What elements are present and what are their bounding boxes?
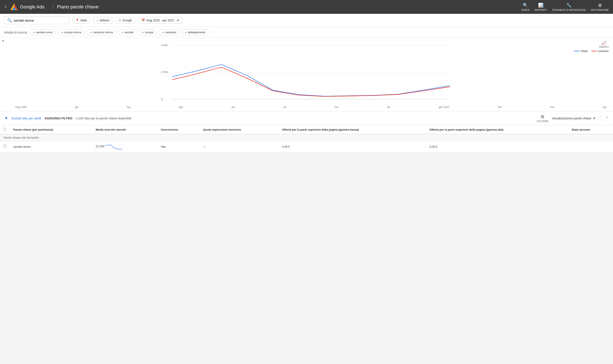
account-status-cell <box>568 141 613 152</box>
table-controls-divider <box>600 115 601 121</box>
collapse-table-button[interactable]: ⌃ <box>605 116 609 121</box>
monthly-searches-header: Media ricerche mensili <box>92 125 158 134</box>
search-bar-row: 🔍 📍 Italia 𝒜 Italiano ⊟ Google 📅 mag 202… <box>0 14 613 27</box>
strumenti-label: STRUMENTI E IMPOSTAZIONI <box>552 9 586 11</box>
x-label-feb: feb <box>498 105 502 109</box>
svg-text:4 Mln: 4 Mln <box>161 44 168 47</box>
select-all-checkbox[interactable] <box>3 128 6 131</box>
related-chip-calzatura-donna[interactable]: + calzatura donna <box>87 29 116 35</box>
exclude-adults-link[interactable]: Escludi idee per adulti <box>12 117 41 120</box>
date-range-filter[interactable]: 📅 mag 2020 - apr 2021 ▼ <box>138 17 182 24</box>
view-selector-button[interactable]: Visualizzazione parole chiave ▼ <box>552 117 596 120</box>
calendar-icon: 📅 <box>141 19 145 22</box>
related-chip-label: calzatura donna <box>93 31 113 34</box>
date-range-label: mag 2020 - apr 2021 <box>146 19 174 22</box>
plus-icon: + <box>33 30 35 34</box>
plus-icon: + <box>162 30 164 34</box>
filter-icon[interactable]: ▼ <box>4 116 8 120</box>
row-checkbox[interactable] <box>3 145 6 148</box>
plus-icon: + <box>142 30 144 34</box>
network-icon: ⊟ <box>119 19 121 22</box>
x-label-gen2021: gen 2021 <box>439 105 450 109</box>
related-chip-scarpe[interactable]: + scarpe <box>139 29 157 35</box>
related-chip-label: sandali uomo <box>36 31 53 34</box>
fatturazione-button[interactable]: 🖥 FATTURAZIONE <box>591 3 609 11</box>
x-label-ago: ago <box>179 105 183 109</box>
header: × Google Ads Piano parole chiave 🔍 CERCA… <box>0 0 613 14</box>
bid-high-header: Offerta per la parte superiore della pag… <box>426 125 568 134</box>
section-header-row: Parole chiave che hai fornito <box>0 134 613 141</box>
search-input-wrap[interactable]: 🔍 <box>4 16 69 24</box>
related-chip-scarpa-donna[interactable]: + scarpa donna <box>58 29 84 35</box>
impression-share-header: Quota impressioni annuncio <box>200 125 279 134</box>
x-label-set: set <box>231 105 235 109</box>
network-filter[interactable]: ⊟ Google <box>116 17 135 24</box>
keywords-table: Parola chiave (per pertinenza) Media ric… <box>0 125 613 152</box>
keyword-header: Parola chiave (per pertinenza) <box>10 125 92 134</box>
search-icon: 🔍 <box>7 18 12 23</box>
related-chip-label: abbigliamento <box>188 31 205 34</box>
related-chip-abbigliamento[interactable]: + abbigliamento <box>182 29 209 35</box>
monthly-searches-cell: 22.200 <box>92 141 158 152</box>
location-icon: 📍 <box>75 19 79 22</box>
related-terms-row: Amplia la ricerca: + sandali uomo + scar… <box>0 27 613 38</box>
related-chip-sandali-uomo[interactable]: + sandali uomo <box>30 29 56 35</box>
select-all-header[interactable] <box>0 125 10 134</box>
chart-svg: 4 Mln 2 Mln 0 <box>4 42 609 105</box>
search-input[interactable] <box>13 19 66 22</box>
cerca-label: CERCA <box>521 9 530 11</box>
network-label: Google <box>122 19 132 22</box>
page-title: Piano parole chiave <box>57 4 99 10</box>
svg-point-2 <box>13 8 15 10</box>
impression-share-cell: — <box>200 141 279 152</box>
ideas-count: 4.182 idee per le parole chiave disponib… <box>76 117 533 120</box>
columns-label: COLONNE <box>536 120 548 122</box>
strumenti-button[interactable]: 🔧 STRUMENTI E IMPOSTAZIONI <box>552 3 586 11</box>
header-actions: 🔍 CERCA 📊 RAPPORTI 🔧 STRUMENTI E IMPOSTA… <box>521 3 609 11</box>
related-chip-label: calzature <box>165 31 176 34</box>
related-label: Amplia la ricerca: <box>4 31 27 34</box>
cerca-button[interactable]: 🔍 CERCA <box>521 3 530 11</box>
google-ads-logo-icon <box>10 3 18 11</box>
header-divider <box>53 3 53 10</box>
x-label-ott: ott <box>283 105 286 109</box>
fatturazione-icon: 🖥 <box>598 3 602 8</box>
monthly-searches-value: 22.200 <box>96 145 104 148</box>
competition-cell: Alta <box>157 141 200 152</box>
table-header-row: Parola chiave (per pertinenza) Media ric… <box>0 125 613 134</box>
plus-icon: + <box>185 30 187 34</box>
related-chip-label: sandali <box>124 31 133 34</box>
section-label: Parole chiave che hai fornito <box>0 134 613 141</box>
language-icon: 𝒜 <box>96 19 98 22</box>
svg-text:0: 0 <box>161 98 163 101</box>
rapporti-icon: 📊 <box>538 3 544 8</box>
trend-sparkline <box>105 143 122 150</box>
table-controls-row: ▼ Escludi idee per adulti AGGIUNGI FILTR… <box>0 111 613 125</box>
bid-low-header: Offerta per la parte superiore della pag… <box>279 125 426 134</box>
related-chip-sandali[interactable]: + sandali <box>118 29 136 35</box>
related-chip-calzature[interactable]: + calzature <box>159 29 180 35</box>
x-label-lug: lug <box>127 105 130 109</box>
row-checkbox-cell[interactable] <box>0 141 10 152</box>
related-chip-label: scarpa donna <box>64 31 81 34</box>
rapporti-label: RAPPORTI <box>534 9 547 11</box>
view-label: Visualizzazione parole chiave <box>552 117 591 120</box>
app-name: Google Ads <box>20 4 45 10</box>
close-button[interactable]: × <box>4 4 7 10</box>
language-filter[interactable]: 𝒜 Italiano <box>93 17 112 24</box>
plus-icon: + <box>90 30 92 34</box>
account-status-header: Stato account <box>568 125 613 134</box>
keyword-cell: sandali donna <box>10 141 92 152</box>
columns-icon: ⊞ <box>541 114 544 119</box>
fatturazione-label: FATTURAZIONE <box>591 9 609 11</box>
location-filter[interactable]: 📍 Italia <box>73 17 90 24</box>
x-label-apr: apr <box>603 105 607 109</box>
rapporti-button[interactable]: 📊 RAPPORTI <box>534 3 547 11</box>
x-label-mar: mar <box>550 105 554 109</box>
svg-text:2 Mln: 2 Mln <box>161 70 168 74</box>
columns-button[interactable]: ⊞ COLONNE <box>536 114 548 122</box>
header-logo: Google Ads <box>10 3 49 11</box>
add-filter-button[interactable]: AGGIUNGI FILTRO <box>45 117 72 120</box>
language-label: Italiano <box>100 19 109 22</box>
bid-high-cell: 0,30 € <box>426 141 568 152</box>
